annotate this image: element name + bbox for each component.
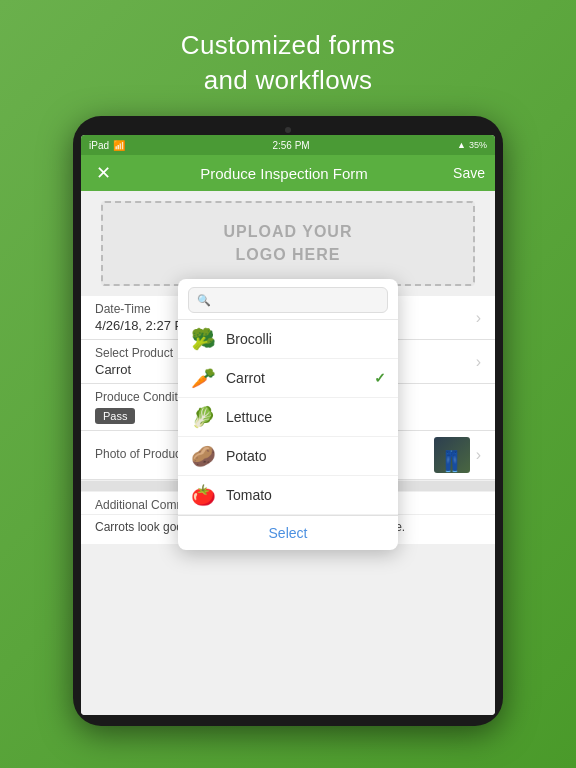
dropdown-item-brocolli[interactable]: 🥦 Brocolli (178, 320, 398, 359)
dropdown-search-area: 🔍 (178, 279, 398, 320)
dropdown-item-carrot[interactable]: 🥕 Carrot ✓ (178, 359, 398, 398)
nav-title: Produce Inspection Form (200, 165, 368, 182)
nav-bar: ✕ Produce Inspection Form Save (81, 155, 495, 191)
status-right: ▲ 35% (457, 140, 487, 150)
brocolli-emoji: 🥦 (190, 327, 216, 351)
tomato-emoji: 🍅 (190, 483, 216, 507)
device-label: iPad (89, 140, 109, 151)
brocolli-label: Brocolli (226, 331, 386, 347)
photo-thumbnail: 👖 (434, 437, 470, 473)
select-product-arrow: › (476, 353, 481, 371)
lettuce-label: Lettuce (226, 409, 386, 425)
carrot-emoji: 🥕 (190, 366, 216, 390)
ipad-screen: iPad 📶 2:56 PM ▲ 35% ✕ Produce Inspectio… (81, 135, 495, 715)
save-button[interactable]: Save (453, 165, 485, 181)
headline-line1: Customized forms (181, 30, 395, 60)
potato-emoji: 🥔 (190, 444, 216, 468)
logo-upload-area[interactable]: UPLOAD YOURLOGO HERE (101, 201, 475, 286)
potato-label: Potato (226, 448, 386, 464)
signal-icon: ▲ (457, 140, 466, 150)
date-time-arrow: › (476, 309, 481, 327)
carrot-label: Carrot (226, 370, 364, 386)
dropdown-item-potato[interactable]: 🥔 Potato (178, 437, 398, 476)
form-content: UPLOAD YOURLOGO HERE Date-Time 4/26/18, … (81, 191, 495, 715)
page-headline: Customized forms and workflows (181, 28, 395, 98)
select-button[interactable]: Select (269, 525, 308, 541)
dropdown-search-box[interactable]: 🔍 (188, 287, 388, 313)
select-button-row: Select (178, 515, 398, 550)
battery-label: 35% (469, 140, 487, 150)
close-icon: ✕ (96, 162, 111, 184)
tomato-label: Tomato (226, 487, 386, 503)
close-button[interactable]: ✕ (91, 161, 115, 185)
logo-placeholder-text: UPLOAD YOURLOGO HERE (224, 221, 353, 266)
dropdown-item-lettuce[interactable]: 🥬 Lettuce (178, 398, 398, 437)
product-dropdown: 🔍 🥦 Brocolli 🥕 Carrot ✓ 🥬 Lettu (178, 279, 398, 550)
ipad-camera (285, 127, 291, 133)
search-icon: 🔍 (197, 294, 211, 307)
status-bar: iPad 📶 2:56 PM ▲ 35% (81, 135, 495, 155)
carrot-checkmark: ✓ (374, 370, 386, 386)
photo-field-arrow: › (476, 446, 481, 464)
headline-line2: and workflows (204, 65, 373, 95)
lettuce-emoji: 🥬 (190, 405, 216, 429)
status-left: iPad 📶 (89, 140, 125, 151)
dropdown-item-tomato[interactable]: 🍅 Tomato (178, 476, 398, 515)
status-time: 2:56 PM (272, 140, 309, 151)
wifi-icon: 📶 (113, 140, 125, 151)
pass-badge: Pass (95, 408, 135, 424)
ipad-frame: iPad 📶 2:56 PM ▲ 35% ✕ Produce Inspectio… (73, 116, 503, 726)
